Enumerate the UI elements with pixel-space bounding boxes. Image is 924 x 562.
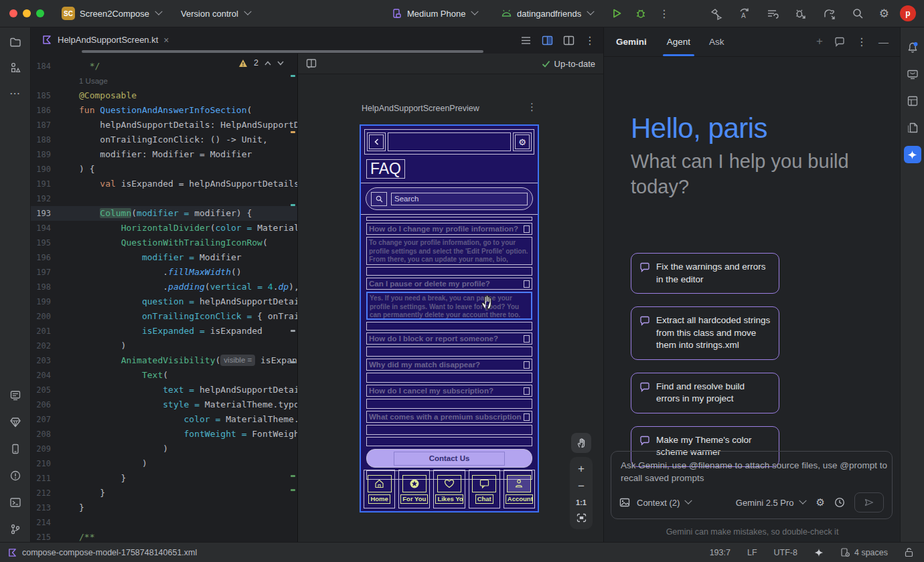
code-line[interactable]: 194 HorizontalDivider(color = MaterialTh… — [30, 221, 297, 236]
stripe-mark[interactable] — [291, 131, 295, 133]
expand-toggle-box[interactable] — [524, 280, 530, 288]
zoom-in-button[interactable]: + — [578, 464, 585, 474]
expand-toggle-box[interactable] — [524, 225, 530, 233]
code-line[interactable]: 186fun QuestionAndAnswerInfoSection( — [30, 103, 297, 118]
search-bar[interactable]: Search — [366, 187, 533, 210]
faq-question-row[interactable]: Can I pause or delete my profile? — [366, 278, 532, 290]
faq-question-row[interactable]: How do I block or report someone? — [366, 333, 532, 345]
attach-image-icon[interactable] — [619, 498, 630, 507]
close-tab-icon[interactable]: × — [163, 35, 169, 45]
gemini-spark-icon[interactable] — [904, 146, 921, 163]
preview-name-label[interactable]: HelpAndSupportScreenPreview — [362, 104, 479, 113]
chat-history-icon[interactable] — [834, 37, 845, 47]
expand-toggle-box[interactable] — [524, 335, 530, 343]
code-line[interactable]: 185@Composable — [30, 88, 297, 103]
code-line[interactable]: 189 modifier: Modifier = Modifier — [30, 147, 297, 162]
problems-tool-icon[interactable] — [7, 467, 24, 484]
code-line[interactable]: 201 isExpanded = isExpanded — [30, 324, 297, 339]
context-dropdown[interactable]: Context (2) — [637, 498, 691, 508]
run-config-selector[interactable]: datingandfriends — [501, 0, 593, 27]
suggestion-card-1[interactable]: Fix the warnings and errors in the edito… — [631, 253, 779, 294]
code-line[interactable]: 195 QuestionWithTrailingIconRow( — [30, 236, 297, 250]
editor-list-icon[interactable] — [520, 35, 532, 46]
faq-question-row[interactable]: What comes with a premium subscription? — [366, 411, 532, 423]
stripe-mark[interactable] — [291, 204, 295, 206]
gradle-sync-icon[interactable] — [822, 7, 836, 19]
code-line[interactable]: 212 } — [30, 486, 297, 500]
indent-setting[interactable]: 4 spaces — [840, 547, 888, 557]
compose-tool-icon[interactable] — [7, 387, 24, 404]
pan-tool-button[interactable] — [571, 433, 591, 453]
window-controls[interactable] — [9, 9, 44, 17]
code-line[interactable]: 210 ) — [30, 456, 297, 471]
preview-layout-icon[interactable] — [306, 58, 317, 69]
code-line[interactable]: 199 question = helpAndSupportDetails.que… — [30, 294, 297, 309]
run-more-menu[interactable]: ⋮ — [659, 0, 670, 27]
contact-us-button[interactable]: Contact Us — [366, 449, 532, 468]
minimize-window-button[interactable] — [23, 9, 31, 17]
expand-toggle-box[interactable] — [524, 387, 530, 395]
close-window-button[interactable] — [9, 9, 17, 17]
send-button[interactable] — [854, 492, 884, 512]
stripe-mark[interactable] — [291, 75, 295, 77]
device-selector[interactable]: Medium Phone — [392, 0, 477, 27]
gemini-sparkle-icon[interactable] — [814, 548, 824, 557]
search-input[interactable]: Search — [391, 193, 528, 205]
resource-manager-icon[interactable] — [904, 119, 921, 136]
file-encoding[interactable]: UTF-8 — [774, 548, 797, 557]
hide-panel-icon[interactable]: — — [878, 36, 889, 48]
stripe-mark[interactable] — [291, 330, 295, 332]
gemini-settings-gear-icon[interactable]: ⚙ — [816, 496, 825, 508]
code-line[interactable]: 196 modifier = Modifier — [30, 250, 297, 265]
stripe-mark[interactable] — [291, 489, 295, 491]
editor-split-mode-icon[interactable] — [542, 35, 553, 46]
search-icon[interactable] — [852, 7, 864, 19]
project-selector[interactable]: SC Screen2Compose — [62, 0, 161, 27]
nav-item-account[interactable]: Account — [504, 470, 535, 508]
unlock-icon[interactable] — [905, 547, 913, 557]
model-dropdown[interactable]: Gemini 2.5 Pro — [736, 498, 805, 508]
new-chat-icon[interactable]: + — [816, 35, 823, 48]
device-manager-tool-icon[interactable] — [7, 440, 24, 458]
cursor-position[interactable]: 193:7 — [710, 548, 730, 557]
user-avatar[interactable]: p — [900, 5, 916, 21]
code-line[interactable]: 200 onTrailingIconClick = { onTrailingIc… — [30, 309, 297, 324]
gemini-input-box[interactable]: Ask Gemini, use @filename to attach sour… — [611, 451, 893, 519]
settings-gear-icon[interactable]: ⚙ — [879, 7, 889, 21]
faq-answer-box[interactable]: To change your profile information, go t… — [366, 237, 532, 265]
code-line[interactable]: 213} — [30, 500, 297, 515]
expand-toggle-box[interactable] — [524, 413, 530, 421]
phone-preview[interactable]: ⚙ FAQ Search How do I change my prof — [360, 124, 539, 512]
phone-bottom-nav[interactable]: HomeFor YouLikes YouChatAccount — [364, 470, 535, 508]
code-line[interactable]: 191 val isExpanded = helpAndSupportDetai… — [30, 177, 297, 191]
zoom-out-button[interactable]: − — [578, 481, 585, 492]
settings-button[interactable]: ⚙ — [513, 132, 532, 151]
build-run-icon[interactable] — [710, 7, 722, 20]
git-tool-icon[interactable] — [7, 521, 24, 538]
next-warning-icon[interactable] — [277, 61, 284, 66]
structure-tool-icon[interactable] — [7, 59, 24, 76]
preview-canvas[interactable]: HelpAndSupportScreenPreview ⋮ ⚙ FAQ — [298, 74, 603, 542]
code-line[interactable]: 190) { — [30, 162, 297, 177]
code-line[interactable]: 198 .padding(vertical = 4.dp), — [30, 280, 297, 294]
statusbar-file[interactable]: compose-compose-model-1758748140651.xml — [8, 548, 197, 557]
code-line[interactable]: 209 ) — [30, 442, 297, 456]
code-line[interactable]: 192 — [30, 191, 297, 206]
suggestion-card-3[interactable]: Find and resolve build errors in my proj… — [631, 373, 779, 413]
nav-item-chat[interactable]: Chat — [469, 470, 500, 508]
build-variants-tool-icon[interactable] — [7, 413, 24, 431]
faq-question-row[interactable]: How do I cancel my subscription? — [366, 385, 532, 397]
editor-options-kebab[interactable]: ⋮ — [585, 34, 595, 47]
code-line[interactable]: 188 onTrailingIconClick: () -> Unit, — [30, 132, 297, 147]
faq-question-row[interactable]: How do I change my profile information? — [366, 223, 532, 235]
code-area[interactable]: 184 */1 Usage185@Composable186fun Questi… — [30, 59, 297, 542]
code-line[interactable]: 211 } — [30, 471, 297, 486]
project-tool-icon[interactable] — [7, 33, 24, 51]
code-line[interactable]: 203 AnimatedVisibility(visible = isExpan… — [30, 353, 297, 368]
prev-warning-icon[interactable] — [264, 61, 271, 66]
preview-options-kebab[interactable]: ⋮ — [527, 101, 537, 113]
nav-item-for-you[interactable]: For You — [398, 470, 430, 508]
more-tool-windows-icon[interactable]: ⋯ — [7, 84, 24, 102]
tab-ask[interactable]: Ask — [709, 27, 724, 56]
debug-button[interactable] — [635, 0, 647, 27]
